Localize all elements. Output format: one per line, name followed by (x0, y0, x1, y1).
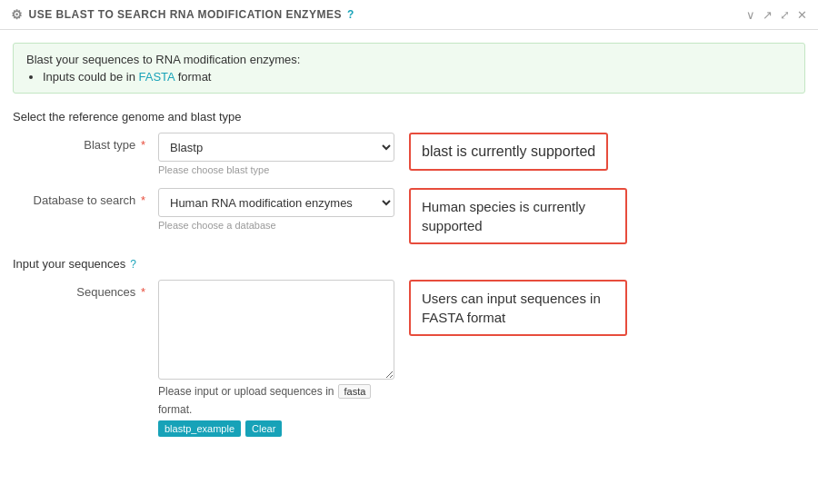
section2-heading: Input your sequences ? (13, 257, 805, 271)
sequences-upload-row: Please input or upload sequences in fast… (158, 384, 394, 416)
sequences-label: Sequences * (13, 280, 158, 299)
database-select[interactable]: Human RNA modification enzymes Mouse RNA… (158, 188, 394, 217)
header-bar: ⚙ USE BLAST TO SEARCH RNA MODIFICATION E… (0, 0, 818, 30)
fasta-badge: fasta (338, 384, 371, 399)
header-title: ⚙ USE BLAST TO SEARCH RNA MODIFICATION E… (11, 7, 354, 22)
resize-icon[interactable]: ⤢ (780, 8, 790, 22)
database-row: Database to search * Human RNA modificat… (13, 188, 805, 244)
fasta-link[interactable]: FASTA (139, 70, 175, 84)
sequences-row: Sequences * Please input or upload seque… (13, 280, 805, 437)
sequences-textarea[interactable] (158, 280, 394, 380)
info-box: Blast your sequences to RNA modification… (13, 43, 805, 94)
blast-type-hint: Please choose blast type (158, 164, 394, 175)
section1-heading: Select the reference genome and blast ty… (13, 110, 805, 124)
title-text: USE BLAST TO SEARCH RNA MODIFICATION ENZ… (29, 8, 342, 21)
blast-type-field: Blastp Blastn Blastx Please choose blast… (158, 133, 394, 175)
database-hint: Please choose a database (158, 220, 394, 231)
sequences-field: Please input or upload sequences in fast… (158, 280, 394, 437)
gear-icon: ⚙ (11, 7, 24, 22)
database-required: * (137, 193, 145, 207)
blast-type-row: Blast type * Blastp Blastn Blastx Please… (13, 133, 805, 175)
info-bullet: Inputs could be in FASTA format (43, 70, 792, 84)
database-field: Human RNA modification enzymes Mouse RNA… (158, 188, 394, 231)
close-icon[interactable]: ✕ (797, 8, 807, 22)
collapse-icon[interactable]: ∨ (746, 8, 755, 22)
sequences-required: * (137, 285, 145, 299)
clear-button[interactable]: Clear (245, 420, 282, 437)
blastp-example-button[interactable]: blastp_example (158, 420, 241, 437)
blast-type-select[interactable]: Blastp Blastn Blastx (158, 133, 394, 162)
expand-icon[interactable]: ↗ (763, 8, 773, 22)
sequences-tooltip: Users can input sequences in FASTA forma… (409, 280, 627, 336)
database-tooltip: Human species is currently supported (409, 188, 627, 244)
blast-type-tooltip: blast is currently supported (409, 133, 608, 171)
blast-type-required: * (137, 138, 145, 152)
window-controls: ∨ ↗ ⤢ ✕ (746, 8, 807, 22)
database-label: Database to search * (13, 188, 158, 207)
blast-type-label: Blast type * (13, 133, 158, 152)
sequences-help-icon[interactable]: ? (130, 258, 136, 271)
form-section: Blast type * Blastp Blastn Blastx Please… (0, 133, 818, 244)
sequences-section: Sequences * Please input or upload seque… (0, 280, 818, 437)
info-intro: Blast your sequences to RNA modification… (26, 53, 300, 66)
help-icon[interactable]: ? (347, 8, 354, 21)
